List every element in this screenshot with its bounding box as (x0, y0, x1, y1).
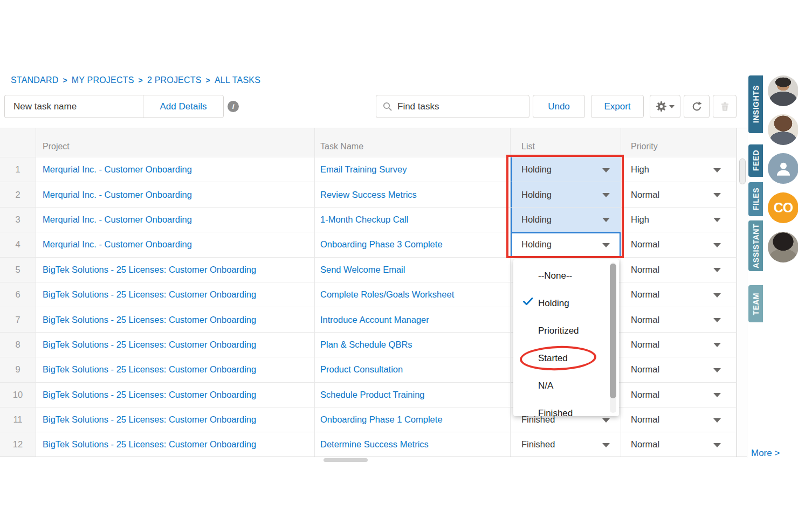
settings-button[interactable] (650, 95, 680, 118)
chevron-down-icon (713, 243, 721, 247)
column-header-list[interactable]: List (511, 128, 621, 157)
horizontal-scrollbar[interactable] (324, 458, 368, 462)
tasks-table: Project Task Name List Priority 1 Merqur… (0, 128, 747, 457)
scrollbar-thumb[interactable] (739, 158, 746, 184)
more-link[interactable]: More > (751, 448, 780, 459)
dropdown-option[interactable]: Started (513, 344, 619, 372)
priority-dropdown-cell[interactable]: Normal (621, 282, 737, 307)
table-row: 6 BigTek Solutions - 25 Licenses: Custom… (0, 282, 737, 307)
row-number: 6 (0, 282, 36, 307)
task-link[interactable]: Email Training Survey (320, 164, 407, 175)
task-link[interactable]: Onboarding Phase 1 Complete (320, 414, 443, 425)
scrollbar-thumb[interactable] (610, 264, 616, 398)
task-link[interactable]: Introduce Account Manager (320, 315, 429, 325)
avatar[interactable]: CO (768, 192, 798, 223)
list-dropdown-cell[interactable]: Holding (511, 182, 621, 206)
chevron-down-icon (713, 268, 721, 272)
dropdown-option[interactable]: Holding (513, 289, 619, 317)
chevron-down-icon (713, 218, 721, 222)
priority-dropdown-cell[interactable]: Normal (621, 407, 737, 432)
priority-dropdown-cell[interactable]: Normal (621, 232, 737, 257)
breadcrumb: STANDARD>MY PROJECTS>2 PROJECTS>ALL TASK… (11, 75, 260, 85)
project-link[interactable]: BigTek Solutions - 25 Licenses: Customer… (43, 265, 256, 275)
panel-divider (747, 75, 747, 458)
column-header-priority[interactable]: Priority (621, 128, 737, 157)
priority-dropdown-cell[interactable]: Normal (621, 258, 737, 282)
new-task-input[interactable] (5, 101, 143, 112)
table-row: 9 BigTek Solutions - 25 Licenses: Custom… (0, 357, 737, 382)
avatar[interactable] (768, 114, 798, 145)
sidebar-tab-feed[interactable]: FEED (748, 144, 763, 177)
priority-dropdown-cell[interactable]: Normal (621, 307, 737, 331)
priority-dropdown-cell[interactable]: Normal (621, 432, 737, 457)
task-link[interactable]: Plan & Schedule QBRs (320, 340, 412, 350)
vertical-scrollbar[interactable] (737, 128, 747, 457)
chevron-down-icon (713, 393, 721, 397)
priority-dropdown-cell[interactable]: High (621, 157, 737, 182)
project-link[interactable]: BigTek Solutions - 25 Licenses: Customer… (43, 414, 256, 425)
search-icon (383, 102, 392, 111)
breadcrumb-item[interactable]: STANDARD (11, 75, 58, 85)
sidebar-tab-insights[interactable]: INSIGHTS (748, 75, 763, 133)
task-link[interactable]: Review Success Metrics (320, 190, 417, 200)
project-link[interactable]: BigTek Solutions - 25 Licenses: Customer… (43, 315, 256, 325)
project-link[interactable]: Merqurial Inc. - Customer Onboarding (43, 215, 192, 225)
priority-dropdown-cell[interactable]: Normal (621, 182, 737, 206)
priority-dropdown-cell[interactable]: Normal (621, 333, 737, 357)
undo-button[interactable]: Undo (533, 95, 585, 118)
dropdown-option[interactable]: Prioritized (513, 317, 619, 344)
column-header-project[interactable]: Project (36, 128, 315, 157)
search-box[interactable] (376, 95, 529, 118)
project-link[interactable]: Merqurial Inc. - Customer Onboarding (43, 239, 192, 250)
chevron-down-icon (602, 443, 610, 447)
list-dropdown-cell[interactable]: Finished (511, 432, 621, 457)
project-link[interactable]: BigTek Solutions - 25 Licenses: Customer… (43, 340, 256, 350)
breadcrumb-separator: > (63, 76, 67, 85)
task-link[interactable]: Determine Success Metrics (320, 439, 429, 450)
search-input[interactable] (392, 101, 522, 112)
project-link[interactable]: BigTek Solutions - 25 Licenses: Customer… (43, 390, 256, 400)
avatar[interactable] (768, 232, 798, 262)
chevron-down-icon (602, 168, 610, 172)
chevron-down-icon (713, 418, 721, 423)
task-link[interactable]: Product Consultation (320, 364, 403, 375)
breadcrumb-item[interactable]: MY PROJECTS (72, 75, 134, 85)
refresh-button[interactable] (684, 95, 710, 118)
column-header-task[interactable]: Task Name (315, 128, 511, 157)
project-link[interactable]: BigTek Solutions - 25 Licenses: Customer… (43, 289, 256, 300)
breadcrumb-separator: > (139, 76, 143, 85)
add-details-button[interactable]: Add Details (143, 95, 224, 118)
export-button[interactable]: Export (591, 95, 644, 118)
priority-dropdown-cell[interactable]: Normal (621, 383, 737, 407)
sidebar-tab-assistant[interactable]: ASSISTANT (748, 220, 763, 271)
project-link[interactable]: Merqurial Inc. - Customer Onboarding (43, 190, 192, 200)
list-dropdown-cell[interactable]: Holding (511, 232, 621, 257)
dropdown-scrollbar[interactable] (610, 262, 616, 413)
priority-dropdown-cell[interactable]: Normal (621, 357, 737, 382)
info-icon[interactable]: i (228, 101, 239, 112)
task-link[interactable]: Schedule Product Training (320, 390, 425, 400)
task-link[interactable]: 1-Month Checkup Call (320, 215, 408, 225)
dropdown-option[interactable]: --None-- (513, 262, 619, 289)
chevron-down-icon (602, 418, 610, 423)
task-link[interactable]: Onboarding Phase 3 Complete (320, 239, 443, 250)
project-link[interactable]: BigTek Solutions - 25 Licenses: Customer… (43, 364, 256, 375)
list-dropdown-cell[interactable]: Holding (511, 157, 621, 182)
dropdown-option[interactable]: Finished (513, 399, 619, 416)
breadcrumb-item[interactable]: 2 PROJECTS (147, 75, 202, 85)
list-dropdown-cell[interactable]: Holding (511, 208, 621, 232)
priority-dropdown-cell[interactable]: High (621, 208, 737, 232)
new-task-field[interactable] (4, 95, 143, 118)
project-link[interactable]: BigTek Solutions - 25 Licenses: Customer… (43, 439, 256, 450)
sidebar-tab-files[interactable]: FILES (748, 182, 763, 216)
task-link[interactable]: Send Welcome Email (320, 265, 405, 275)
delete-button[interactable] (713, 95, 737, 118)
dropdown-option[interactable]: N/A (513, 372, 619, 399)
sidebar-tab-team[interactable]: TEAM (748, 285, 763, 322)
breadcrumb-item[interactable]: ALL TASKS (215, 75, 260, 85)
task-link[interactable]: Complete Roles/Goals Worksheet (320, 289, 454, 300)
project-link[interactable]: Merqurial Inc. - Customer Onboarding (43, 164, 192, 175)
avatar[interactable] (768, 153, 798, 184)
chevron-down-icon (713, 293, 721, 298)
avatar[interactable] (768, 75, 798, 106)
